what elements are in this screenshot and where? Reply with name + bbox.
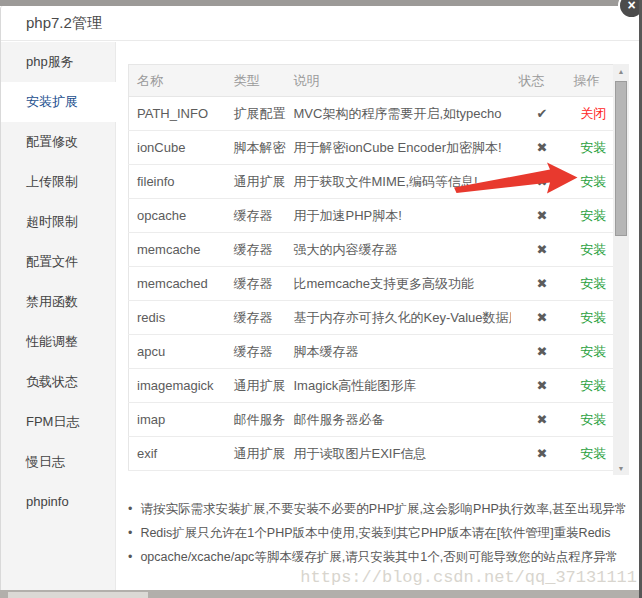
- install-extension-link[interactable]: 安装: [580, 242, 606, 257]
- ext-name: PATH_INFO: [129, 97, 226, 131]
- table-row: memcache 缓存器 强大的内容缓存器 ✖ 安装: [129, 233, 614, 267]
- sidebar: php服务 安装扩展 配置修改 上传限制 超时限制 配置文件 禁用函数 性能调整…: [1, 42, 116, 590]
- status-cross-icon: ✖: [511, 437, 566, 471]
- column-header-action: 操作: [566, 65, 614, 97]
- table-header-row: 名称 类型 说明 状态 操作: [129, 65, 614, 97]
- table-row: imap 邮件服务 邮件服务器必备 ✖ 安装: [129, 403, 614, 437]
- notes-list: •请按实际需求安装扩展,不要安装不必要的PHP扩展,这会影响PHP执行效率,甚至…: [128, 497, 633, 569]
- install-extension-link[interactable]: 安装: [580, 344, 606, 359]
- sidebar-item-timeout-limit[interactable]: 超时限制: [1, 202, 115, 242]
- sidebar-item-upload-limit[interactable]: 上传限制: [1, 162, 115, 202]
- extensions-table: 名称 类型 说明 状态 操作 PATH_INFO 扩展配置 MVC架构的程序需要…: [128, 64, 614, 471]
- table-row: opcache 缓存器 用于加速PHP脚本! ✖ 安装: [129, 199, 614, 233]
- modal-titlebar: php7.2管理: [1, 6, 639, 41]
- ext-name: memcache: [129, 233, 226, 267]
- ext-name: redis: [129, 301, 226, 335]
- status-cross-icon: ✖: [511, 199, 566, 233]
- ext-type: 通用扩展: [226, 165, 286, 199]
- close-extension-link[interactable]: 关闭: [580, 106, 606, 121]
- ext-type: 通用扩展: [226, 437, 286, 471]
- ext-type: 缓存器: [226, 335, 286, 369]
- page-title: php7.2管理: [26, 14, 102, 33]
- ext-name: imagemagick: [129, 369, 226, 403]
- sidebar-item-php-service[interactable]: php服务: [1, 42, 115, 82]
- status-cross-icon: ✖: [511, 233, 566, 267]
- note-text: 请按实际需求安装扩展,不要安装不必要的PHP扩展,这会影响PHP执行效率,甚至出…: [140, 497, 627, 521]
- scrollbar-down-icon[interactable]: ▼: [613, 465, 629, 472]
- table-row: imagemagick 通用扩展 Imagick高性能图形库 ✖ 安装: [129, 369, 614, 403]
- ext-name: imap: [129, 403, 226, 437]
- ext-name: exif: [129, 437, 226, 471]
- sidebar-item-load-status[interactable]: 负载状态: [1, 362, 115, 402]
- install-extension-link[interactable]: 安装: [580, 140, 606, 155]
- column-header-desc: 说明: [286, 65, 511, 97]
- bullet-icon: •: [128, 545, 132, 569]
- ext-desc: 用于读取图片EXIF信息: [286, 437, 511, 471]
- status-cross-icon: ✖: [511, 301, 566, 335]
- table-row: fileinfo 通用扩展 用于获取文件MIME,编码等信息! ✖ 安装: [129, 165, 614, 199]
- install-fileinfo-link[interactable]: 安装: [580, 174, 606, 189]
- ext-desc: 基于内存亦可持久化的Key-Value数据库: [286, 301, 511, 335]
- sidebar-item-performance[interactable]: 性能调整: [1, 322, 115, 362]
- ext-type: 缓存器: [226, 301, 286, 335]
- column-header-type: 类型: [226, 65, 286, 97]
- ext-desc: 用于加速PHP脚本!: [286, 199, 511, 233]
- ext-desc: Imagick高性能图形库: [286, 369, 511, 403]
- column-header-status: 状态: [511, 65, 566, 97]
- note-text: Redis扩展只允许在1个PHP版本中使用,安装到其它PHP版本请在[软件管理]…: [140, 521, 610, 545]
- ext-desc: 邮件服务器必备: [286, 403, 511, 437]
- scrollbar-thumb[interactable]: [615, 81, 627, 236]
- bullet-icon: •: [128, 497, 132, 521]
- ext-type: 通用扩展: [226, 369, 286, 403]
- install-extension-link[interactable]: 安装: [580, 310, 606, 325]
- table-row: apcu 缓存器 脚本缓存器 ✖ 安装: [129, 335, 614, 369]
- ext-name: memcached: [129, 267, 226, 301]
- ext-type: 扩展配置: [226, 97, 286, 131]
- scrollbar-up-icon[interactable]: ▲: [613, 68, 629, 75]
- ext-desc: 强大的内容缓存器: [286, 233, 511, 267]
- bullet-icon: •: [128, 521, 132, 545]
- status-cross-icon: ✖: [511, 131, 566, 165]
- sidebar-item-config-file[interactable]: 配置文件: [1, 242, 115, 282]
- ext-desc: MVC架构的程序需要开启,如typecho: [286, 97, 511, 131]
- sidebar-item-disabled-functions[interactable]: 禁用函数: [1, 282, 115, 322]
- ext-desc: 用于获取文件MIME,编码等信息!: [286, 165, 511, 199]
- ext-type: 脚本解密: [226, 131, 286, 165]
- ext-type: 缓存器: [226, 199, 286, 233]
- install-extension-link[interactable]: 安装: [580, 446, 606, 461]
- php-manager-modal: × php7.2管理 php服务 安装扩展 配置修改 上传限制 超时限制 配置文…: [0, 6, 639, 590]
- sidebar-item-install-extensions[interactable]: 安装扩展: [1, 82, 116, 122]
- sidebar-item-phpinfo[interactable]: phpinfo: [1, 482, 115, 522]
- ext-desc: 用于解密ionCube Encoder加密脚本!: [286, 131, 511, 165]
- watermark-url: https://blog.csdn.net/qq_37131111: [300, 568, 637, 587]
- status-cross-icon: ✖: [511, 165, 566, 199]
- ext-name: fileinfo: [129, 165, 226, 199]
- ext-type: 邮件服务: [226, 403, 286, 437]
- status-cross-icon: ✖: [511, 369, 566, 403]
- install-extension-link[interactable]: 安装: [580, 276, 606, 291]
- ext-type: 缓存器: [226, 267, 286, 301]
- sidebar-item-slow-log[interactable]: 慢日志: [1, 442, 115, 482]
- table-row: exif 通用扩展 用于读取图片EXIF信息 ✖ 安装: [129, 437, 614, 471]
- note-item: •请按实际需求安装扩展,不要安装不必要的PHP扩展,这会影响PHP执行效率,甚至…: [128, 497, 633, 521]
- column-header-name: 名称: [129, 65, 226, 97]
- sidebar-item-config-modify[interactable]: 配置修改: [1, 122, 115, 162]
- ext-desc: 脚本缓存器: [286, 335, 511, 369]
- ext-type: 缓存器: [226, 233, 286, 267]
- install-extension-link[interactable]: 安装: [580, 208, 606, 223]
- status-cross-icon: ✖: [511, 335, 566, 369]
- main-content: 名称 类型 说明 状态 操作 PATH_INFO 扩展配置 MVC架构的程序需要…: [117, 42, 640, 596]
- status-cross-icon: ✖: [511, 403, 566, 437]
- note-item: •Redis扩展只允许在1个PHP版本中使用,安装到其它PHP版本请在[软件管理…: [128, 521, 633, 545]
- status-check-icon: ✔: [511, 97, 566, 131]
- table-scrollbar[interactable]: ▲ ▼: [613, 64, 629, 475]
- sidebar-item-fpm-log[interactable]: FPM日志: [1, 402, 115, 442]
- ext-name: opcache: [129, 199, 226, 233]
- install-extension-link[interactable]: 安装: [580, 378, 606, 393]
- table-row: memcached 缓存器 比memcache支持更多高级功能 ✖ 安装: [129, 267, 614, 301]
- note-text: opcache/xcache/apc等脚本缓存扩展,请只安装其中1个,否则可能导…: [140, 545, 618, 569]
- install-extension-link[interactable]: 安装: [580, 412, 606, 427]
- ext-name: apcu: [129, 335, 226, 369]
- status-cross-icon: ✖: [511, 267, 566, 301]
- table-row: redis 缓存器 基于内存亦可持久化的Key-Value数据库 ✖ 安装: [129, 301, 614, 335]
